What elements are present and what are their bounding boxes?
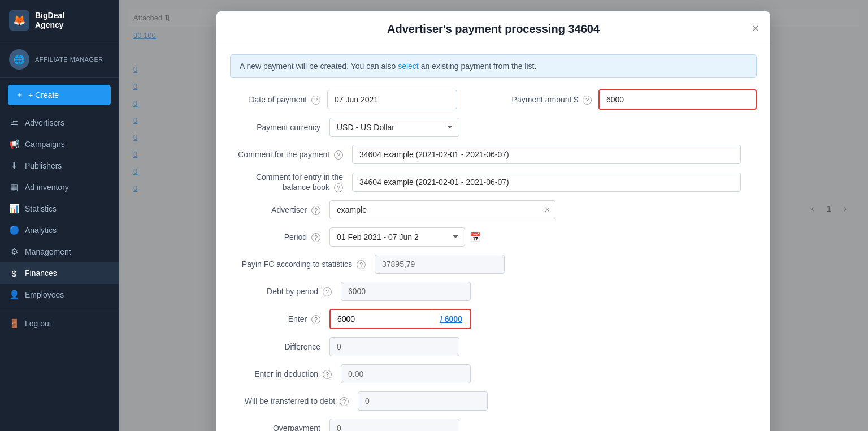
debt-row: Debt by period ? bbox=[230, 282, 757, 301]
payment-amount-input[interactable] bbox=[598, 89, 757, 110]
debt-label: Debt by period ? bbox=[230, 287, 332, 296]
main-content: Attached ⇅ Net ⇅ Hold ⇅ Prepay ⇅ 90 1000… bbox=[119, 0, 868, 431]
comment2-help-icon[interactable]: ? bbox=[334, 183, 343, 192]
comment2-row: Comment for entry in the balance book ? bbox=[230, 172, 757, 192]
sidebar: 🦊 BigDeal Agency 🌐 AFFILIATE MANAGER ＋ +… bbox=[0, 0, 119, 431]
enter-input[interactable] bbox=[331, 310, 432, 328]
sidebar-item-label: Publishers bbox=[25, 161, 62, 170]
modal-header: Advertiser's payment processing 34604 × bbox=[216, 11, 770, 45]
sidebar-item-campaigns[interactable]: 📢 Campaigns bbox=[0, 133, 119, 155]
advertiser-label: Advertiser ? bbox=[230, 205, 320, 215]
sidebar-item-advertisers[interactable]: 🏷 Advertisers bbox=[0, 112, 119, 133]
transfer-row: Will be transferred to debt ? bbox=[230, 391, 757, 411]
calendar-button[interactable]: 📅 bbox=[470, 232, 481, 243]
enter-field-group: / 6000 bbox=[329, 309, 471, 329]
sidebar-item-management[interactable]: ⚙ Management bbox=[0, 241, 119, 262]
analytics-icon: 🔵 bbox=[9, 225, 19, 235]
currency-select[interactable]: USD - US Dollar EUR - Euro GBP - British… bbox=[329, 118, 459, 137]
user-role-label: AFFILIATE MANAGER bbox=[35, 56, 103, 63]
sidebar-item-employees[interactable]: 👤 Employees bbox=[0, 284, 119, 305]
difference-input bbox=[329, 337, 459, 356]
period-help-icon[interactable]: ? bbox=[311, 233, 320, 242]
advertiser-input[interactable] bbox=[329, 200, 555, 219]
payment-amount-help-icon[interactable]: ? bbox=[583, 96, 592, 105]
comment-help-icon[interactable]: ? bbox=[334, 150, 343, 160]
sidebar-item-label: Statistics bbox=[25, 204, 57, 213]
enter-fill-button[interactable]: / 6000 bbox=[432, 310, 470, 328]
currency-row: Payment currency USD - US Dollar EUR - E… bbox=[230, 118, 757, 137]
date-input[interactable] bbox=[327, 90, 457, 109]
logout-icon: 🚪 bbox=[9, 318, 19, 329]
overpayment-input bbox=[329, 419, 459, 431]
create-button[interactable]: ＋ + Create bbox=[8, 85, 111, 105]
sidebar-item-finances[interactable]: $ Finances bbox=[0, 262, 119, 284]
modal-title: Advertiser's payment processing 34604 bbox=[387, 23, 600, 36]
advertiser-field-group: × bbox=[329, 200, 555, 219]
deduction-help-icon[interactable]: ? bbox=[323, 370, 332, 379]
date-field-group: Date of payment ? bbox=[230, 90, 479, 109]
close-button[interactable]: × bbox=[752, 23, 759, 34]
sidebar-item-label: Ad inventory bbox=[25, 183, 69, 192]
enter-label: Enter ? bbox=[230, 314, 320, 324]
employees-icon: 👤 bbox=[9, 290, 19, 300]
date-label: Date of payment ? bbox=[230, 95, 320, 105]
comment-row: Comment for the payment ? bbox=[230, 145, 757, 164]
sidebar-item-analytics[interactable]: 🔵 Analytics bbox=[0, 219, 119, 241]
statistics-icon: 📊 bbox=[9, 204, 19, 214]
sidebar-item-statistics[interactable]: 📊 Statistics bbox=[0, 198, 119, 219]
difference-row: Difference bbox=[230, 337, 757, 356]
comment2-label: Comment for entry in the balance book ? bbox=[230, 172, 343, 192]
info-banner: A new payment will be created. You can a… bbox=[230, 54, 757, 78]
overpayment-label: Overpayment bbox=[230, 424, 320, 431]
user-section: 🌐 AFFILIATE MANAGER bbox=[0, 41, 119, 78]
logo-text: BigDeal Agency bbox=[35, 11, 64, 30]
debt-input bbox=[341, 282, 471, 301]
publishers-icon: ⬇ bbox=[9, 161, 19, 171]
difference-label: Difference bbox=[230, 342, 320, 351]
currency-label: Payment currency bbox=[230, 123, 320, 132]
advertisers-icon: 🏷 bbox=[9, 118, 19, 128]
debt-help-icon[interactable]: ? bbox=[323, 287, 332, 296]
management-icon: ⚙ bbox=[9, 247, 19, 257]
deduction-label: Enter in deduction ? bbox=[230, 369, 332, 379]
comment-label: Comment for the payment ? bbox=[230, 150, 343, 160]
transfer-input bbox=[358, 391, 488, 411]
info-text: A new payment will be created. You can a… bbox=[240, 62, 396, 71]
avatar: 🌐 bbox=[9, 49, 29, 70]
create-label: + Create bbox=[28, 90, 59, 100]
logout-label: Log out bbox=[25, 319, 51, 328]
transfer-help-icon[interactable]: ? bbox=[340, 397, 349, 406]
select-link[interactable]: select bbox=[398, 62, 419, 71]
advertiser-row: Advertiser ? × bbox=[230, 200, 757, 219]
logo-icon: 🦊 bbox=[9, 10, 29, 31]
period-field-group: 01 Feb 2021 - 07 Jun 2 📅 bbox=[329, 227, 481, 247]
create-icon: ＋ bbox=[16, 90, 24, 100]
info-text2: an existing payment from the list. bbox=[421, 62, 537, 71]
enter-help-icon[interactable]: ? bbox=[311, 315, 320, 324]
payin-row: Payin FC according to statistics ? bbox=[230, 255, 757, 274]
comment-input[interactable] bbox=[352, 145, 741, 164]
date-amount-row: Date of payment ? Payment amount $ ? bbox=[230, 89, 757, 110]
payin-label: Payin FC according to statistics ? bbox=[230, 260, 366, 269]
sidebar-item-publishers[interactable]: ⬇ Publishers bbox=[0, 155, 119, 176]
payment-amount-field-group: Payment amount $ ? bbox=[501, 89, 757, 110]
period-select[interactable]: 01 Feb 2021 - 07 Jun 2 bbox=[329, 227, 465, 247]
ad-inventory-icon: ▦ bbox=[9, 182, 19, 192]
payment-amount-label: Payment amount $ ? bbox=[501, 95, 592, 105]
sidebar-item-label: Finances bbox=[25, 269, 57, 278]
comment2-input[interactable] bbox=[352, 173, 741, 192]
period-row: Period ? 01 Feb 2021 - 07 Jun 2 📅 bbox=[230, 227, 757, 247]
sidebar-item-label: Management bbox=[25, 247, 71, 256]
sidebar-item-ad-inventory[interactable]: ▦ Ad inventory bbox=[0, 176, 119, 198]
advertiser-help-icon[interactable]: ? bbox=[311, 206, 320, 215]
campaigns-icon: 📢 bbox=[9, 139, 19, 149]
date-help-icon[interactable]: ? bbox=[311, 96, 320, 105]
sidebar-item-label: Employees bbox=[25, 290, 64, 299]
sidebar-item-label: Advertisers bbox=[25, 118, 64, 127]
overpayment-row: Overpayment bbox=[230, 419, 757, 431]
advertiser-clear-button[interactable]: × bbox=[545, 205, 550, 214]
payin-help-icon[interactable]: ? bbox=[357, 260, 366, 269]
logout-button[interactable]: 🚪 Log out bbox=[0, 313, 119, 334]
form-body: Date of payment ? Payment amount $ ? bbox=[216, 87, 770, 431]
modal: Advertiser's payment processing 34604 × … bbox=[216, 11, 770, 431]
